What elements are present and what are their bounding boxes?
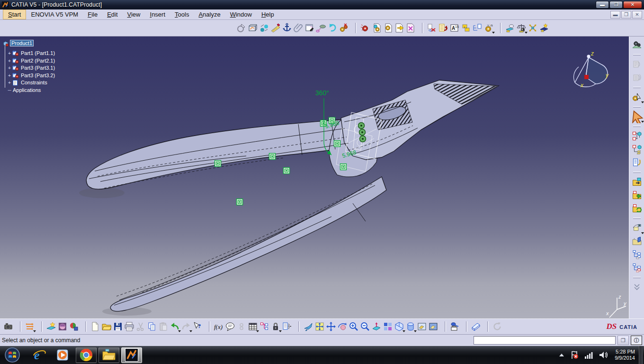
tree-item-part3-part3-1-[interactable]: +Part3 (Part3.1) bbox=[7, 64, 56, 71]
scene-star-icon[interactable] bbox=[538, 22, 550, 34]
constraint-square-icon[interactable] bbox=[340, 164, 347, 170]
minimize-button[interactable]: ▬ bbox=[596, 1, 609, 9]
chevrons-icon[interactable] bbox=[630, 281, 644, 294]
gears-x-icon[interactable] bbox=[338, 22, 349, 34]
menu-file[interactable]: File bbox=[83, 10, 102, 19]
folder-cyan-icon[interactable] bbox=[630, 175, 644, 189]
dock-window-button[interactable]: ❐ bbox=[617, 336, 629, 345]
mockup-icon[interactable] bbox=[247, 22, 259, 34]
material-icon[interactable] bbox=[57, 320, 68, 333]
clash-icon[interactable] bbox=[504, 22, 516, 34]
multi-view-icon[interactable] bbox=[382, 320, 394, 333]
balance-icon[interactable] bbox=[516, 22, 527, 34]
constraint-square-icon[interactable] bbox=[215, 161, 221, 167]
catalog2-icon[interactable] bbox=[630, 71, 644, 84]
expand-plus-icon[interactable]: + bbox=[7, 73, 12, 78]
start-button[interactable] bbox=[4, 347, 21, 363]
screwdriver-icon[interactable] bbox=[315, 22, 327, 34]
link-icon[interactable] bbox=[236, 320, 247, 333]
undo-icon[interactable] bbox=[169, 320, 180, 333]
tree-item-part3-part3-2-[interactable]: +Part3 (Part3.2) bbox=[7, 72, 56, 79]
gear-red-icon[interactable] bbox=[359, 22, 371, 34]
design-table-icon[interactable] bbox=[247, 320, 259, 333]
viewport-3d[interactable]: 360° 5.968 5.968 z y x bbox=[0, 36, 629, 318]
taskbar-catia[interactable] bbox=[121, 347, 142, 363]
pan-icon[interactable] bbox=[325, 320, 337, 333]
folder-refresh-icon[interactable] bbox=[630, 202, 644, 215]
menu-insert[interactable]: Insert bbox=[145, 10, 170, 19]
gear-n-icon[interactable]: n bbox=[483, 22, 494, 34]
camera-icon[interactable] bbox=[3, 320, 14, 333]
expand-plus-icon[interactable]: + bbox=[7, 51, 12, 56]
cylinder-icon[interactable] bbox=[405, 320, 416, 333]
zoom-out-icon[interactable] bbox=[359, 320, 371, 333]
fx-icon[interactable]: f(x) bbox=[213, 320, 224, 333]
dropdown-caret-icon[interactable] bbox=[492, 32, 495, 34]
tree-small-icon[interactable] bbox=[259, 320, 270, 333]
big-cursor-icon[interactable] bbox=[630, 110, 644, 123]
menu-help[interactable]: Help bbox=[257, 10, 279, 19]
action-center-flag-icon[interactable] bbox=[570, 351, 579, 359]
menu-view[interactable]: View bbox=[123, 10, 145, 19]
print-icon[interactable] bbox=[124, 320, 135, 333]
tree-item-product1[interactable]: Product1 bbox=[2, 40, 34, 46]
gear-cursor-icon[interactable] bbox=[630, 91, 644, 104]
new-doc-icon[interactable] bbox=[89, 320, 101, 333]
taskbar-internet-explorer[interactable]: e bbox=[30, 347, 48, 363]
prod-tree-icon[interactable] bbox=[630, 143, 644, 156]
move-ball-icon[interactable] bbox=[259, 22, 270, 34]
compass-origin[interactable] bbox=[584, 75, 589, 79]
normal-view-icon[interactable] bbox=[371, 320, 382, 333]
menu-tools[interactable]: Tools bbox=[170, 10, 194, 19]
explode-x-icon[interactable] bbox=[527, 22, 538, 34]
view-shade1-icon[interactable] bbox=[416, 320, 428, 333]
print-3d-icon[interactable] bbox=[449, 320, 460, 333]
undo-cyan-icon[interactable] bbox=[327, 22, 338, 34]
taskbar-media-player[interactable] bbox=[54, 347, 72, 363]
tray-expand-icon[interactable] bbox=[559, 353, 564, 357]
rotate-icon[interactable] bbox=[337, 320, 348, 333]
close-button[interactable]: ✕ bbox=[623, 1, 642, 9]
update-icon[interactable] bbox=[236, 22, 247, 34]
help-cursor-icon[interactable]: ? bbox=[192, 320, 203, 333]
info-button[interactable]: ⓘ bbox=[631, 336, 642, 345]
constraint-square-icon[interactable] bbox=[284, 168, 290, 174]
refresh-spin-icon[interactable] bbox=[492, 320, 503, 333]
list-red-undo-icon[interactable] bbox=[438, 22, 449, 34]
prod-cube-icon[interactable] bbox=[630, 129, 644, 143]
child-minimize-button[interactable]: ▬ bbox=[610, 11, 620, 18]
gears-green-icon[interactable] bbox=[630, 38, 644, 52]
zoom-in-icon[interactable] bbox=[348, 320, 359, 333]
dropdown-caret-icon[interactable] bbox=[33, 330, 36, 332]
tree-item-part1-part1-1-[interactable]: +Part1 (Part1.1) bbox=[7, 50, 56, 56]
fit-all-icon[interactable] bbox=[314, 320, 325, 333]
taskbar-file-explorer[interactable] bbox=[98, 347, 119, 363]
redo-icon[interactable] bbox=[180, 320, 192, 333]
menu-start[interactable]: Start bbox=[3, 9, 26, 19]
paste-red-x-icon[interactable] bbox=[426, 22, 438, 34]
menu-window[interactable]: Window bbox=[225, 10, 257, 19]
doc-arrow-yellow-icon[interactable] bbox=[394, 22, 405, 34]
volume-speaker-icon[interactable] bbox=[599, 351, 608, 359]
expand-plus-icon[interactable]: + bbox=[7, 80, 12, 85]
relations-icon[interactable] bbox=[281, 320, 293, 333]
fly-icon[interactable] bbox=[303, 320, 314, 333]
menu-edit[interactable]: Edit bbox=[102, 10, 122, 19]
view-shade2-icon[interactable] bbox=[428, 320, 439, 333]
wizard-icon[interactable] bbox=[45, 320, 57, 333]
dropdown-caret-icon[interactable] bbox=[641, 121, 644, 123]
catalog1-icon[interactable] bbox=[630, 58, 644, 71]
cut-icon[interactable] bbox=[135, 320, 146, 333]
pliers-lower-handle[interactable] bbox=[110, 177, 386, 311]
gear-doc-yellow-icon[interactable] bbox=[382, 22, 394, 34]
folder-open-blue-icon[interactable] bbox=[630, 235, 644, 248]
paste-icon[interactable] bbox=[158, 320, 169, 333]
frame-a15-icon[interactable]: A15 bbox=[449, 22, 460, 34]
pliers-upper-handle[interactable] bbox=[86, 119, 354, 189]
open-folder-icon[interactable] bbox=[101, 320, 112, 333]
paperclip-icon[interactable] bbox=[293, 22, 304, 34]
copy-icon[interactable] bbox=[146, 320, 158, 333]
gear-doc-cyan-icon[interactable] bbox=[371, 22, 382, 34]
adjust-icon[interactable] bbox=[24, 320, 36, 333]
anchor-icon[interactable] bbox=[281, 22, 293, 34]
